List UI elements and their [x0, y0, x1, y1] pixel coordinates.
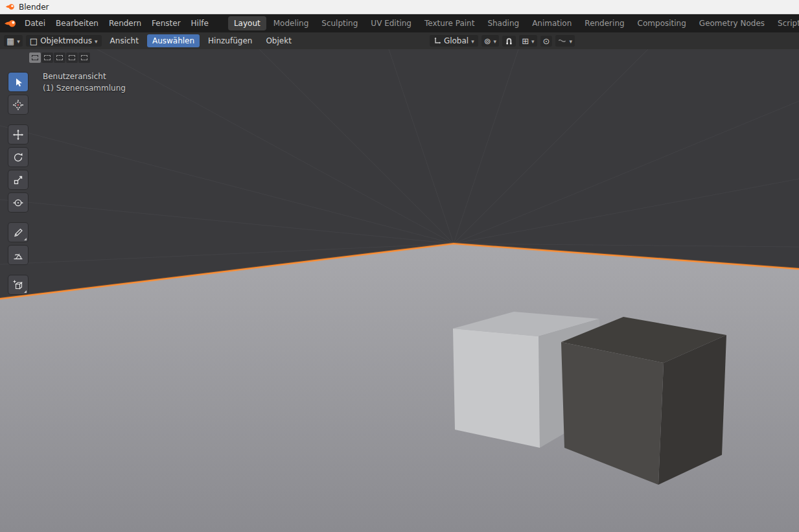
transform-snap-controls: Global: [430, 35, 575, 47]
tweak-select-icon: [12, 76, 24, 88]
chevron-down-icon: [531, 36, 535, 45]
select-extend-icon[interactable]: [41, 52, 53, 63]
pivot-point-dropdown[interactable]: [481, 35, 499, 47]
snap-with-dropdown[interactable]: [519, 35, 537, 47]
blender-logo-icon: [4, 19, 17, 28]
tab-shading[interactable]: Shading: [481, 16, 525, 30]
blender-logo-icon: [5, 3, 15, 11]
add-cube-button[interactable]: [8, 275, 28, 294]
tab-scripting[interactable]: Scripting: [772, 16, 799, 30]
menu-objekt[interactable]: Objekt: [261, 34, 296, 47]
measure-icon: [12, 249, 24, 261]
editor-type-icon: [6, 37, 14, 45]
marquee-glyph: [56, 55, 63, 60]
select-mode-buttons: [29, 52, 90, 63]
pivot-point-icon: [484, 37, 491, 45]
select-intersect-icon[interactable]: [78, 52, 90, 63]
tab-animation[interactable]: Animation: [526, 16, 577, 30]
tool-shelf: [8, 73, 28, 298]
marquee-glyph: [69, 55, 75, 60]
marquee-glyph: [81, 55, 87, 60]
rotate-button[interactable]: [8, 148, 28, 167]
transform-button[interactable]: [8, 193, 28, 212]
marquee-glyph: [44, 55, 51, 60]
annotate-button[interactable]: [8, 223, 28, 242]
chevron-down-icon: [471, 36, 474, 45]
select-invert-icon[interactable]: [66, 52, 78, 63]
orientation-icon: [434, 37, 441, 45]
tab-rendering[interactable]: Rendering: [579, 16, 630, 30]
cursor-3d-icon: [12, 99, 24, 111]
editor-type-dropdown[interactable]: [4, 35, 23, 47]
annotate-icon: [12, 227, 24, 238]
orientation-dropdown[interactable]: Global: [430, 35, 478, 47]
tab-compositing[interactable]: Compositing: [632, 16, 692, 30]
workspace-tabs: Layout Modeling Sculpting UV Editing Tex…: [228, 16, 799, 30]
tab-texture-paint[interactable]: Texture Paint: [419, 16, 480, 30]
marquee-glyph: [32, 55, 38, 60]
menu-auswaehlen[interactable]: Auswählen: [147, 34, 200, 47]
snap-with-icon: [522, 37, 529, 45]
move-button[interactable]: [8, 125, 28, 144]
menu-fenster[interactable]: Fenster: [146, 17, 186, 30]
transform-icon: [12, 197, 24, 209]
viewport-scene: [0, 49, 799, 532]
menu-ansicht[interactable]: Ansicht: [105, 34, 144, 47]
snap-toggle-button[interactable]: [502, 36, 516, 47]
viewport-header: Objektmodus Ansicht Auswählen Hinzufügen…: [0, 32, 799, 49]
tweak-select-button[interactable]: [8, 73, 28, 91]
proportional-editing-icon: [543, 37, 550, 45]
blender-menu-button[interactable]: [4, 19, 17, 28]
menu-hinzufuegen[interactable]: Hinzufügen: [203, 34, 257, 47]
orientation-label: Global: [444, 36, 469, 45]
proportional-editing-button[interactable]: [540, 36, 553, 47]
chevron-down-icon: [17, 36, 20, 45]
tab-uv-editing[interactable]: UV Editing: [365, 16, 417, 30]
chevron-down-icon: [494, 36, 497, 45]
chevron-down-icon: [569, 36, 572, 45]
move-icon: [12, 129, 24, 141]
tab-modeling[interactable]: Modeling: [268, 16, 315, 30]
snap-magnet-icon: [505, 37, 513, 45]
mode-dropdown[interactable]: Objektmodus: [26, 35, 102, 47]
3d-viewport[interactable]: Benutzeransicht (1) Szenensammlung: [0, 49, 799, 532]
menu-datei[interactable]: Datei: [19, 17, 51, 30]
mode-dropdown-label: Objektmodus: [40, 36, 92, 45]
scale-button[interactable]: [8, 170, 28, 189]
menu-rendern[interactable]: Rendern: [104, 17, 146, 30]
menu-bearbeiten[interactable]: Bearbeiten: [51, 17, 104, 30]
tool-shelf-gap: [8, 216, 28, 223]
falloff-curve-icon: [558, 37, 566, 45]
falloff-dropdown[interactable]: [555, 35, 575, 47]
rotate-icon: [12, 152, 24, 163]
menu-hilfe[interactable]: Hilfe: [186, 17, 214, 30]
titlebar: Blender: [0, 0, 799, 14]
tool-shelf-gap: [8, 118, 28, 125]
blender-window: Blender Datei Bearbeiten Rendern Fenster…: [0, 0, 799, 532]
tab-sculpting[interactable]: Sculpting: [316, 16, 364, 30]
select-set-icon[interactable]: [29, 52, 41, 63]
measure-button[interactable]: [8, 246, 28, 264]
topbar: Datei Bearbeiten Rendern Fenster Hilfe L…: [0, 14, 799, 32]
chevron-down-icon: [95, 36, 98, 45]
tab-layout[interactable]: Layout: [228, 16, 266, 30]
select-subtract-icon[interactable]: [54, 52, 65, 63]
window-title: Blender: [19, 3, 49, 12]
object-mode-icon: [30, 37, 38, 45]
tab-geometry-nodes[interactable]: Geometry Nodes: [693, 16, 770, 30]
scale-icon: [12, 174, 24, 186]
tool-shelf-gap: [8, 268, 28, 275]
add-cube-icon: [12, 279, 24, 291]
cursor-3d-button[interactable]: [8, 95, 28, 114]
